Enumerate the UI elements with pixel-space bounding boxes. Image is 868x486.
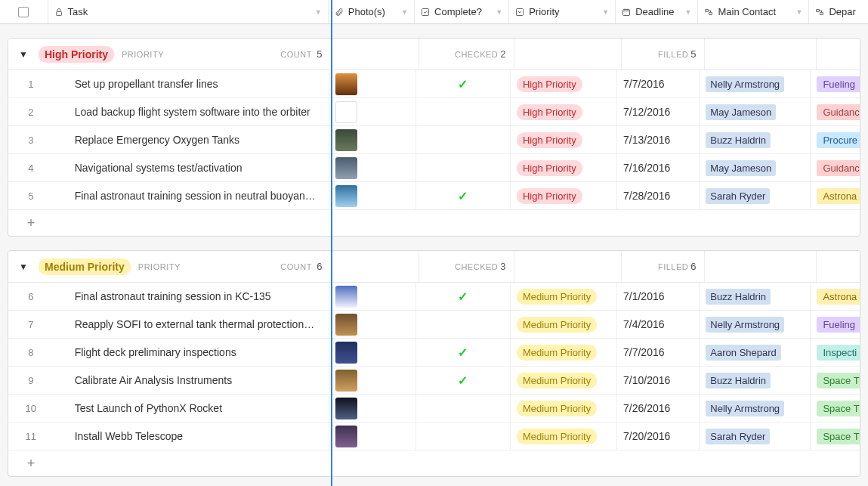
department-cell[interactable]: Fueling xyxy=(811,70,860,98)
priority-cell[interactable]: Medium Priority xyxy=(511,339,617,366)
table-row[interactable]: 2 Load backup flight system software int… xyxy=(8,98,860,126)
table-row[interactable]: 1 Set up propellant transfer lines ✓ Hig… xyxy=(8,70,860,98)
complete-cell[interactable] xyxy=(416,98,511,125)
photo-thumbnail[interactable] xyxy=(335,314,357,336)
complete-cell[interactable]: ✓ xyxy=(416,283,511,310)
column-header-contact[interactable]: Main Contact ▼ xyxy=(698,0,809,23)
task-cell[interactable]: Set up propellant transfer lines xyxy=(54,70,330,98)
add-row[interactable]: + xyxy=(8,450,860,476)
contact-cell[interactable]: Nelly Armstrong xyxy=(700,395,811,422)
department-cell[interactable]: Space T xyxy=(811,423,860,450)
photo-thumbnail[interactable] xyxy=(335,342,357,364)
deadline-cell[interactable]: 7/28/2016 xyxy=(617,182,700,209)
contact-cell[interactable]: Buzz Haldrin xyxy=(700,283,811,310)
priority-cell[interactable]: High Priority xyxy=(511,182,617,209)
priority-cell[interactable]: High Priority xyxy=(511,98,617,125)
contact-cell[interactable]: Nelly Armstrong xyxy=(700,311,811,338)
contact-cell[interactable]: Nelly Armstrong xyxy=(700,70,811,98)
table-row[interactable]: 5 Final astronaut training session in ne… xyxy=(8,182,860,210)
photo-cell[interactable] xyxy=(329,339,415,366)
deadline-cell[interactable]: 7/26/2016 xyxy=(617,395,700,422)
photo-thumbnail[interactable] xyxy=(335,398,357,419)
complete-cell[interactable] xyxy=(416,395,511,422)
table-row[interactable]: 11 Install Webb Telescope Medium Priorit… xyxy=(8,423,860,450)
column-header-photos[interactable]: Photo(s) ▼ xyxy=(329,0,415,23)
photo-cell[interactable] xyxy=(329,423,415,450)
department-cell[interactable]: Procure xyxy=(811,126,860,153)
complete-cell[interactable] xyxy=(416,154,511,181)
priority-cell[interactable]: Medium Priority xyxy=(511,311,617,338)
task-cell[interactable]: Install Webb Telescope xyxy=(54,423,330,450)
contact-cell[interactable]: Buzz Haldrin xyxy=(700,126,811,153)
photo-thumbnail[interactable] xyxy=(335,73,357,95)
add-row[interactable]: + xyxy=(8,210,860,236)
table-row[interactable]: 9 Calibrate Air Analysis Instruments ✓ M… xyxy=(8,367,860,395)
task-cell[interactable]: Flight deck preliminary inspections xyxy=(54,339,330,366)
photo-cell[interactable] xyxy=(329,311,415,338)
deadline-cell[interactable]: 7/10/2016 xyxy=(617,367,700,394)
photo-thumbnail[interactable] xyxy=(335,185,357,207)
photo-thumbnail[interactable] xyxy=(335,157,357,179)
department-cell[interactable]: Space T xyxy=(811,395,860,422)
contact-cell[interactable]: May Jameson xyxy=(700,98,811,125)
column-resize-indicator[interactable] xyxy=(331,0,332,486)
priority-cell[interactable]: High Priority xyxy=(511,154,617,181)
priority-cell[interactable]: Medium Priority xyxy=(511,367,617,394)
department-cell[interactable]: Space T xyxy=(811,367,860,394)
deadline-cell[interactable]: 7/1/2016 xyxy=(617,283,700,310)
task-cell[interactable]: Replace Emergency Oxygen Tanks xyxy=(54,126,330,153)
department-cell[interactable]: Inspecti xyxy=(811,339,860,366)
photo-cell[interactable] xyxy=(329,395,415,422)
column-header-department[interactable]: Depar xyxy=(809,0,868,23)
photo-thumbnail[interactable] xyxy=(335,129,357,151)
table-row[interactable]: 4 Navigational systems test/activation H… xyxy=(8,154,860,182)
deadline-cell[interactable]: 7/7/2016 xyxy=(617,339,700,366)
task-cell[interactable]: Calibrate Air Analysis Instruments xyxy=(54,367,330,394)
priority-cell[interactable]: Medium Priority xyxy=(511,283,617,310)
department-cell[interactable]: Astrona xyxy=(811,283,860,310)
deadline-cell[interactable]: 7/12/2016 xyxy=(617,98,700,125)
table-row[interactable]: 10 Test Launch of PythonX Rocket Medium … xyxy=(8,395,860,423)
complete-cell[interactable] xyxy=(416,311,511,338)
department-cell[interactable]: Fueling xyxy=(811,311,860,338)
column-header-priority[interactable]: Priority ▼ xyxy=(509,0,616,23)
complete-cell[interactable]: ✓ xyxy=(416,339,511,366)
task-cell[interactable]: Final astronaut training session in neut… xyxy=(54,182,330,209)
collapse-toggle[interactable]: ▼ xyxy=(8,262,39,272)
complete-cell[interactable]: ✓ xyxy=(416,367,511,394)
deadline-cell[interactable]: 7/13/2016 xyxy=(617,126,700,153)
select-all-checkbox[interactable] xyxy=(0,0,48,23)
photo-thumbnail[interactable] xyxy=(335,101,357,123)
complete-cell[interactable]: ✓ xyxy=(416,70,511,98)
complete-cell[interactable] xyxy=(416,126,511,153)
task-cell[interactable]: Test Launch of PythonX Rocket xyxy=(54,395,330,422)
task-cell[interactable]: Load backup flight system software into … xyxy=(54,98,330,125)
photo-thumbnail[interactable] xyxy=(335,370,357,392)
photo-cell[interactable] xyxy=(329,126,415,153)
priority-cell[interactable]: Medium Priority xyxy=(511,423,617,450)
deadline-cell[interactable]: 7/4/2016 xyxy=(617,311,700,338)
contact-cell[interactable]: Aaron Shepard xyxy=(700,339,811,366)
photo-cell[interactable] xyxy=(329,154,415,181)
photo-cell[interactable] xyxy=(329,182,415,209)
photo-cell[interactable] xyxy=(329,367,415,394)
column-header-deadline[interactable]: Deadline ▼ xyxy=(616,0,698,23)
task-cell[interactable]: Reapply SOFI to external tank thermal pr… xyxy=(54,311,330,338)
column-header-complete[interactable]: Complete? ▼ xyxy=(415,0,509,23)
table-row[interactable]: 7 Reapply SOFI to external tank thermal … xyxy=(8,311,860,339)
deadline-cell[interactable]: 7/16/2016 xyxy=(617,154,700,181)
contact-cell[interactable]: Sarah Ryder xyxy=(700,423,811,450)
table-row[interactable]: 6 Final astronaut training session in KC… xyxy=(8,283,860,311)
complete-cell[interactable]: ✓ xyxy=(416,182,511,209)
department-cell[interactable]: Astrona xyxy=(811,182,860,209)
contact-cell[interactable]: Buzz Haldrin xyxy=(700,367,811,394)
photo-cell[interactable] xyxy=(329,98,415,125)
priority-cell[interactable]: High Priority xyxy=(511,126,617,153)
task-cell[interactable]: Final astronaut training session in KC-1… xyxy=(54,283,330,310)
photo-thumbnail[interactable] xyxy=(335,426,357,447)
column-header-task[interactable]: Task ▼ xyxy=(48,0,329,23)
table-row[interactable]: 3 Replace Emergency Oxygen Tanks High Pr… xyxy=(8,126,860,154)
task-cell[interactable]: Navigational systems test/activation xyxy=(54,154,330,181)
complete-cell[interactable] xyxy=(416,423,511,450)
priority-cell[interactable]: Medium Priority xyxy=(511,395,617,422)
